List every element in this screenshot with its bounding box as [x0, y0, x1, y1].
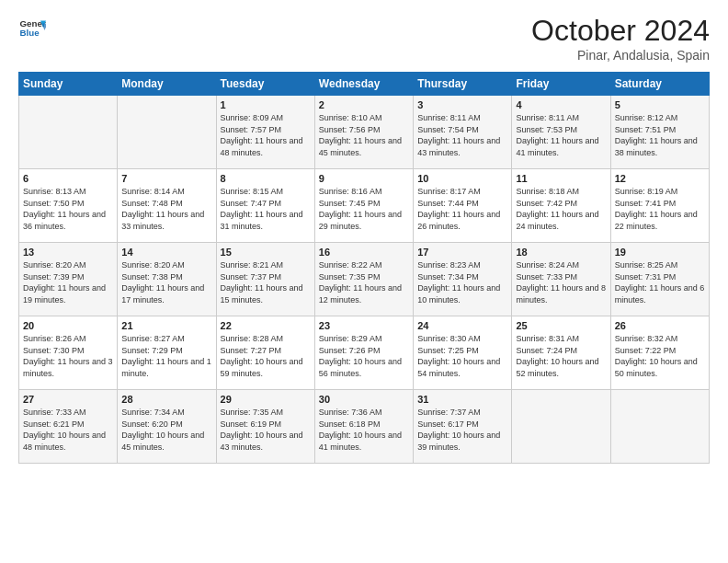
calendar-cell: 14Sunrise: 8:20 AM Sunset: 7:38 PM Dayli…: [118, 243, 216, 316]
day-number: 27: [23, 394, 113, 405]
day-info: Sunrise: 8:32 AM Sunset: 7:22 PM Dayligh…: [615, 333, 705, 379]
col-friday: Friday: [512, 73, 610, 96]
calendar-cell: [512, 390, 610, 464]
day-number: 2: [319, 99, 409, 110]
svg-text:Blue: Blue: [20, 28, 40, 38]
day-info: Sunrise: 8:28 AM Sunset: 7:27 PM Dayligh…: [221, 333, 311, 379]
day-number: 1: [221, 99, 311, 110]
day-number: 24: [417, 320, 507, 331]
calendar-week-1: 6Sunrise: 8:13 AM Sunset: 7:50 PM Daylig…: [19, 169, 710, 243]
day-info: Sunrise: 8:22 AM Sunset: 7:35 PM Dayligh…: [319, 259, 409, 305]
day-info: Sunrise: 8:20 AM Sunset: 7:39 PM Dayligh…: [23, 259, 113, 305]
calendar-cell: 3Sunrise: 8:11 AM Sunset: 7:54 PM Daylig…: [414, 96, 512, 169]
day-number: 18: [516, 247, 606, 258]
day-info: Sunrise: 8:17 AM Sunset: 7:44 PM Dayligh…: [417, 186, 507, 232]
day-number: 3: [417, 99, 507, 110]
day-number: 5: [615, 99, 705, 110]
calendar-cell: 15Sunrise: 8:21 AM Sunset: 7:37 PM Dayli…: [216, 243, 314, 316]
day-number: 15: [221, 247, 311, 258]
day-number: 8: [221, 173, 311, 184]
calendar-cell: 18Sunrise: 8:24 AM Sunset: 7:33 PM Dayli…: [512, 243, 610, 316]
calendar-cell: 9Sunrise: 8:16 AM Sunset: 7:45 PM Daylig…: [314, 169, 413, 243]
col-tuesday: Tuesday: [216, 73, 314, 96]
col-saturday: Saturday: [610, 73, 709, 96]
day-info: Sunrise: 7:37 AM Sunset: 6:17 PM Dayligh…: [417, 407, 507, 453]
day-number: 7: [121, 173, 211, 184]
day-number: 16: [319, 247, 409, 258]
day-info: Sunrise: 8:21 AM Sunset: 7:37 PM Dayligh…: [221, 259, 311, 305]
day-info: Sunrise: 7:36 AM Sunset: 6:18 PM Dayligh…: [319, 407, 409, 453]
day-number: 6: [23, 173, 113, 184]
day-number: 22: [221, 320, 311, 331]
calendar-cell: 11Sunrise: 8:18 AM Sunset: 7:42 PM Dayli…: [512, 169, 610, 243]
day-number: 14: [121, 247, 211, 258]
col-sunday: Sunday: [19, 73, 118, 96]
day-number: 21: [121, 320, 211, 331]
day-info: Sunrise: 8:29 AM Sunset: 7:26 PM Dayligh…: [319, 333, 409, 379]
col-monday: Monday: [118, 73, 216, 96]
day-info: Sunrise: 8:09 AM Sunset: 7:57 PM Dayligh…: [221, 112, 311, 158]
calendar-cell: [118, 96, 216, 169]
day-info: Sunrise: 8:27 AM Sunset: 7:29 PM Dayligh…: [121, 333, 211, 379]
calendar-cell: 13Sunrise: 8:20 AM Sunset: 7:39 PM Dayli…: [19, 243, 118, 316]
calendar-cell: [610, 390, 709, 464]
calendar-table: Sunday Monday Tuesday Wednesday Thursday…: [18, 72, 710, 464]
calendar-cell: 21Sunrise: 8:27 AM Sunset: 7:29 PM Dayli…: [118, 316, 216, 390]
month-title: October 2024: [531, 14, 710, 48]
calendar-cell: 26Sunrise: 8:32 AM Sunset: 7:22 PM Dayli…: [610, 316, 709, 390]
calendar-week-2: 13Sunrise: 8:20 AM Sunset: 7:39 PM Dayli…: [19, 243, 710, 316]
day-number: 30: [319, 394, 409, 405]
calendar-week-3: 20Sunrise: 8:26 AM Sunset: 7:30 PM Dayli…: [19, 316, 710, 390]
calendar-cell: 12Sunrise: 8:19 AM Sunset: 7:41 PM Dayli…: [610, 169, 709, 243]
day-number: 10: [417, 173, 507, 184]
day-info: Sunrise: 8:24 AM Sunset: 7:33 PM Dayligh…: [516, 259, 606, 305]
day-number: 19: [615, 247, 705, 258]
calendar-cell: 4Sunrise: 8:11 AM Sunset: 7:53 PM Daylig…: [512, 96, 610, 169]
day-info: Sunrise: 8:20 AM Sunset: 7:38 PM Dayligh…: [121, 259, 211, 305]
calendar-week-4: 27Sunrise: 7:33 AM Sunset: 6:21 PM Dayli…: [19, 390, 710, 464]
day-info: Sunrise: 7:35 AM Sunset: 6:19 PM Dayligh…: [221, 407, 311, 453]
calendar-cell: 30Sunrise: 7:36 AM Sunset: 6:18 PM Dayli…: [314, 390, 413, 464]
day-info: Sunrise: 8:16 AM Sunset: 7:45 PM Dayligh…: [319, 186, 409, 232]
day-number: 4: [516, 99, 606, 110]
calendar-cell: 28Sunrise: 7:34 AM Sunset: 6:20 PM Dayli…: [118, 390, 216, 464]
day-number: 9: [319, 173, 409, 184]
day-number: 26: [615, 320, 705, 331]
calendar-cell: [19, 96, 118, 169]
day-info: Sunrise: 8:31 AM Sunset: 7:24 PM Dayligh…: [516, 333, 606, 379]
calendar-cell: 29Sunrise: 7:35 AM Sunset: 6:19 PM Dayli…: [216, 390, 314, 464]
calendar-cell: 27Sunrise: 7:33 AM Sunset: 6:21 PM Dayli…: [19, 390, 118, 464]
day-info: Sunrise: 8:11 AM Sunset: 7:53 PM Dayligh…: [516, 112, 606, 158]
day-number: 31: [417, 394, 507, 405]
calendar-page: General Blue October 2024 Pinar, Andalus…: [0, 0, 728, 563]
day-info: Sunrise: 7:34 AM Sunset: 6:20 PM Dayligh…: [121, 407, 211, 453]
calendar-cell: 16Sunrise: 8:22 AM Sunset: 7:35 PM Dayli…: [314, 243, 413, 316]
day-info: Sunrise: 7:33 AM Sunset: 6:21 PM Dayligh…: [23, 407, 113, 453]
calendar-cell: 5Sunrise: 8:12 AM Sunset: 7:51 PM Daylig…: [610, 96, 709, 169]
header: General Blue October 2024 Pinar, Andalus…: [18, 14, 710, 63]
day-info: Sunrise: 8:13 AM Sunset: 7:50 PM Dayligh…: [23, 186, 113, 232]
day-number: 20: [23, 320, 113, 331]
calendar-cell: 2Sunrise: 8:10 AM Sunset: 7:56 PM Daylig…: [314, 96, 413, 169]
day-info: Sunrise: 8:23 AM Sunset: 7:34 PM Dayligh…: [417, 259, 507, 305]
day-info: Sunrise: 8:10 AM Sunset: 7:56 PM Dayligh…: [319, 112, 409, 158]
calendar-cell: 1Sunrise: 8:09 AM Sunset: 7:57 PM Daylig…: [216, 96, 314, 169]
day-info: Sunrise: 8:18 AM Sunset: 7:42 PM Dayligh…: [516, 186, 606, 232]
day-number: 29: [221, 394, 311, 405]
calendar-cell: 31Sunrise: 7:37 AM Sunset: 6:17 PM Dayli…: [414, 390, 512, 464]
calendar-cell: 8Sunrise: 8:15 AM Sunset: 7:47 PM Daylig…: [216, 169, 314, 243]
calendar-cell: 24Sunrise: 8:30 AM Sunset: 7:25 PM Dayli…: [414, 316, 512, 390]
day-number: 17: [417, 247, 507, 258]
day-number: 28: [121, 394, 211, 405]
calendar-cell: 23Sunrise: 8:29 AM Sunset: 7:26 PM Dayli…: [314, 316, 413, 390]
day-number: 12: [615, 173, 705, 184]
calendar-cell: 20Sunrise: 8:26 AM Sunset: 7:30 PM Dayli…: [19, 316, 118, 390]
day-info: Sunrise: 8:25 AM Sunset: 7:31 PM Dayligh…: [615, 259, 705, 305]
day-info: Sunrise: 8:30 AM Sunset: 7:25 PM Dayligh…: [417, 333, 507, 379]
header-row: Sunday Monday Tuesday Wednesday Thursday…: [19, 73, 710, 96]
calendar-cell: 7Sunrise: 8:14 AM Sunset: 7:48 PM Daylig…: [118, 169, 216, 243]
day-number: 25: [516, 320, 606, 331]
day-info: Sunrise: 8:12 AM Sunset: 7:51 PM Dayligh…: [615, 112, 705, 158]
day-info: Sunrise: 8:19 AM Sunset: 7:41 PM Dayligh…: [615, 186, 705, 232]
calendar-cell: 6Sunrise: 8:13 AM Sunset: 7:50 PM Daylig…: [19, 169, 118, 243]
